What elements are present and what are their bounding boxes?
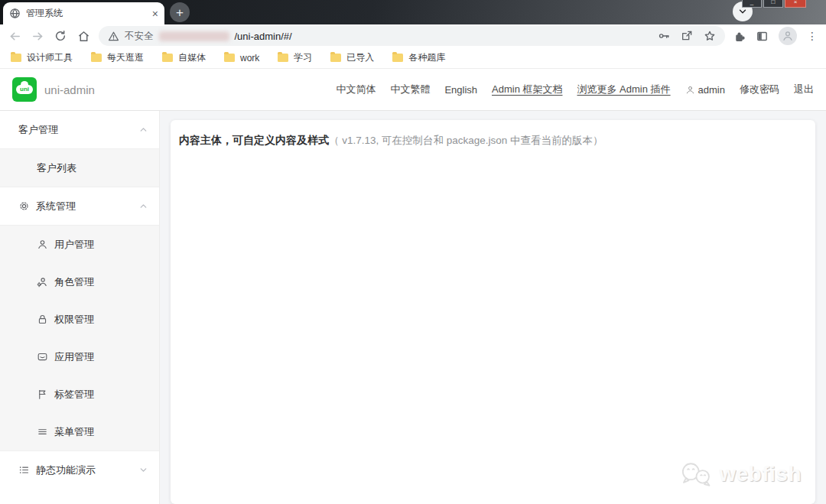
- folder-icon: [91, 54, 102, 62]
- bookmark-label: 每天逛逛: [107, 51, 144, 64]
- chevron-up-icon: [138, 125, 148, 135]
- bookmark-folder[interactable]: 学习: [278, 51, 312, 64]
- bookmarks-bar: 设计师工具 每天逛逛 自媒体 work 学习 已导入 各种题库: [0, 47, 826, 69]
- bookmark-label: 设计师工具: [27, 51, 73, 64]
- user-icon: [685, 85, 695, 95]
- logout-link[interactable]: 退出: [794, 83, 814, 96]
- window-minimize-button[interactable]: _: [742, 0, 762, 8]
- bookmark-folder[interactable]: 各种题库: [392, 51, 445, 64]
- browser-toolbar: 不安全 /uni-admin/#/ ⋮: [0, 24, 826, 47]
- content-line: 内容主体，可自定义内容及样式（ v1.7.13, 可在控制台和 package.…: [179, 133, 807, 148]
- lang-traditional-link[interactable]: 中文繁體: [390, 83, 430, 96]
- submenu-customer: 客户列表: [0, 148, 159, 187]
- reload-icon[interactable]: [53, 28, 68, 44]
- bookmark-folder[interactable]: 自媒体: [162, 51, 206, 64]
- menu-label: 客户管理: [18, 123, 58, 137]
- menu-label: 角色管理: [54, 275, 94, 289]
- admin-plugins-link[interactable]: 浏览更多 Admin 插件: [577, 83, 671, 96]
- menu-label: 标签管理: [54, 388, 94, 402]
- profile-avatar[interactable]: [779, 27, 797, 45]
- menu-label: 权限管理: [54, 313, 94, 327]
- current-user[interactable]: admin: [685, 84, 725, 96]
- key-icon[interactable]: [658, 30, 670, 42]
- lock-icon: [37, 314, 48, 325]
- bookmark-label: 学习: [294, 51, 312, 64]
- person-icon: [37, 239, 48, 250]
- bookmark-label: 自媒体: [178, 51, 206, 64]
- bookmark-folder[interactable]: 已导入: [330, 51, 374, 64]
- cloud-logo-icon: uni: [16, 85, 33, 94]
- bookmark-folder[interactable]: work: [224, 53, 259, 63]
- home-icon[interactable]: [76, 28, 91, 44]
- menu-label: 菜单管理: [54, 425, 94, 439]
- forward-icon[interactable]: [30, 28, 45, 44]
- folder-icon: [278, 54, 288, 62]
- menu-label: 用户管理: [54, 238, 94, 252]
- menu-label: 客户列表: [37, 161, 76, 175]
- uni-admin-logo: uni: [12, 77, 37, 102]
- app-box-icon: [37, 351, 48, 363]
- list-icon: [18, 464, 30, 476]
- sidebar-item-permission-management[interactable]: 权限管理: [0, 301, 159, 338]
- blurred-domain: [159, 31, 229, 41]
- change-password-link[interactable]: 修改密码: [740, 83, 779, 96]
- sidebar-item-user-management[interactable]: 用户管理: [0, 226, 159, 263]
- side-panel-icon[interactable]: [756, 30, 769, 43]
- folder-icon: [224, 54, 235, 62]
- content-card: 内容主体，可自定义内容及样式（ v1.7.13, 可在控制台和 package.…: [171, 120, 815, 504]
- sidebar-group-system-management[interactable]: 系统管理: [0, 187, 159, 225]
- admin-docs-link[interactable]: Admin 框架文档: [492, 83, 562, 96]
- person-gear-icon: [37, 276, 48, 288]
- share-icon[interactable]: [681, 30, 693, 42]
- menu-label: 应用管理: [54, 350, 94, 364]
- globe-favicon-icon: [9, 8, 21, 19]
- app-header: uni uni-admin 中文简体 中文繁體 English Admin 框架…: [0, 69, 826, 111]
- flag-icon: [37, 389, 48, 400]
- sidebar-item-menu-management[interactable]: 菜单管理: [0, 413, 159, 450]
- sidebar-item-role-management[interactable]: 角色管理: [0, 263, 159, 301]
- sidebar-group-customer-management[interactable]: 客户管理: [0, 111, 159, 148]
- main-content-area: 内容主体，可自定义内容及样式（ v1.7.13, 可在控制台和 package.…: [160, 111, 826, 504]
- menu-lines-icon: [37, 426, 48, 437]
- sidebar-item-app-management[interactable]: 应用管理: [0, 338, 159, 376]
- security-label[interactable]: 不安全: [125, 30, 154, 43]
- folder-icon: [11, 54, 21, 62]
- url-bar[interactable]: 不安全 /uni-admin/#/: [99, 26, 725, 46]
- bookmark-star-icon[interactable]: [704, 30, 716, 42]
- bookmark-folder[interactable]: 设计师工具: [11, 51, 73, 64]
- menu-label: 静态功能演示: [36, 463, 96, 477]
- window-close-button[interactable]: ×: [785, 0, 806, 8]
- sidebar-item-tag-management[interactable]: 标签管理: [0, 376, 159, 413]
- logo-text: uni: [20, 86, 29, 93]
- back-icon[interactable]: [7, 28, 22, 44]
- tab-close-icon[interactable]: ×: [152, 8, 158, 19]
- sidebar: 客户管理 客户列表 系统管理 用户管理 角色管理 权限管理: [0, 111, 160, 504]
- bookmark-label: 各种题库: [408, 51, 445, 64]
- folder-icon: [392, 54, 403, 62]
- browser-menu-dots-icon[interactable]: ⋮: [807, 30, 818, 42]
- url-path: /uni-admin/#/: [235, 31, 292, 42]
- browser-titlebar: 管理系统 × + _ □ ×: [0, 0, 826, 24]
- header-nav: 中文简体 中文繁體 English Admin 框架文档 浏览更多 Admin …: [336, 83, 814, 96]
- gear-icon: [18, 200, 30, 212]
- browser-tab[interactable]: 管理系统 ×: [3, 2, 164, 24]
- username: admin: [698, 84, 725, 96]
- brand-title: uni-admin: [44, 83, 95, 96]
- folder-icon: [162, 54, 173, 62]
- submenu-system: 用户管理 角色管理 权限管理 应用管理 标签管理 菜单管理: [0, 225, 159, 451]
- bookmark-folder[interactable]: 每天逛逛: [91, 51, 144, 64]
- lang-english-link[interactable]: English: [444, 84, 477, 96]
- bookmark-label: 已导入: [346, 51, 374, 64]
- extensions-puzzle-icon[interactable]: [733, 30, 746, 43]
- window-maximize-button[interactable]: □: [763, 0, 783, 8]
- chevron-up-icon: [138, 201, 148, 211]
- warning-triangle-icon: [108, 31, 119, 42]
- folder-icon: [330, 54, 341, 62]
- sidebar-group-static-demo[interactable]: 静态功能演示: [0, 451, 159, 489]
- bookmark-label: work: [240, 53, 259, 63]
- new-tab-button[interactable]: +: [170, 2, 190, 22]
- sidebar-item-customer-list[interactable]: 客户列表: [0, 149, 159, 187]
- content-version-note: （ v1.7.13, 可在控制台和 package.json 中查看当前的版本）: [329, 135, 603, 146]
- content-title: 内容主体，可自定义内容及样式: [179, 134, 329, 146]
- lang-simplified-link[interactable]: 中文简体: [336, 83, 376, 96]
